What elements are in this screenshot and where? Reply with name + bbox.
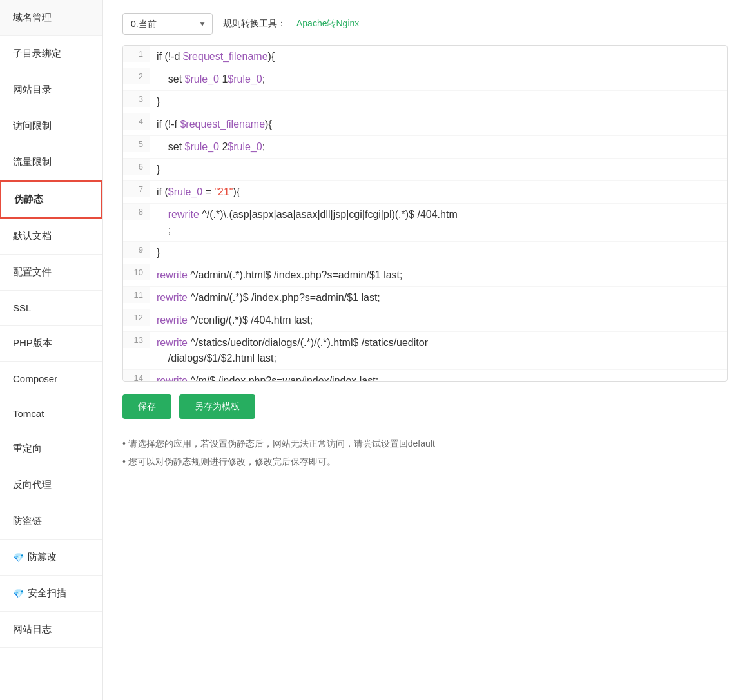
sidebar-item-label: 伪静态	[14, 193, 43, 206]
sidebar-item-traffic-limit[interactable]: 流量限制	[0, 144, 102, 180]
sidebar-item-label: 防盗链	[13, 515, 42, 527]
sidebar-item-reverse-proxy[interactable]: 反向代理	[0, 467, 102, 503]
sidebar-item-label: 流量限制	[13, 156, 52, 168]
line-content: if ($rule_0 = "21"){	[150, 181, 727, 203]
code-line-1: 1 if (!-d $request_filename){	[123, 46, 727, 68]
code-line-9: 9 }	[123, 242, 727, 264]
sidebar-item-tomcat[interactable]: Tomcat	[0, 396, 102, 431]
rule-convert-link[interactable]: Apache转Nginx	[296, 18, 359, 30]
sidebar-item-hotlink-protect[interactable]: 防盗链	[0, 503, 102, 540]
line-content: set $rule_0 2$rule_0;	[150, 136, 727, 158]
code-line-10: 10 rewrite ^/admin/(.*).html$ /index.php…	[123, 264, 727, 287]
line-content: }	[150, 91, 727, 113]
sidebar-item-label: 配置文件	[13, 266, 52, 278]
tip-2: 您可以对伪静态规则进行修改，修改完后保存即可。	[122, 452, 728, 471]
sidebar-item-anti-tamper[interactable]: 💎 防篡改	[0, 540, 102, 576]
line-number: 8	[123, 204, 150, 220]
sidebar-item-label: 安全扫描	[28, 587, 66, 599]
code-scroll[interactable]: 1 if (!-d $request_filename){ 2 set $rul…	[123, 46, 727, 381]
sidebar-item-composer[interactable]: Composer	[0, 362, 102, 396]
sidebar-item-website-dir[interactable]: 网站目录	[0, 72, 102, 108]
code-line-12: 12 rewrite ^/config/(.*)$ /404.htm last;	[123, 309, 727, 332]
mode-select[interactable]: 0.当前 1.default 2.wordpress 3.discuz	[122, 13, 213, 35]
sidebar-item-label: 域名管理	[13, 12, 52, 24]
gem-icon: 💎	[13, 588, 24, 599]
gem-icon: 💎	[13, 552, 24, 563]
line-number: 2	[123, 68, 150, 84]
code-line-3: 3 }	[123, 91, 727, 113]
sidebar-item-domain-manage[interactable]: 域名管理	[0, 0, 102, 36]
code-line-14: 14 rewrite ^/m/$ /index.php?s=wap/index/…	[123, 370, 727, 381]
line-content: rewrite ^/admin/(.*)$ /index.php?s=admin…	[150, 287, 727, 309]
code-editor: 1 if (!-d $request_filename){ 2 set $rul…	[122, 45, 728, 382]
sidebar-item-ssl[interactable]: SSL	[0, 291, 102, 326]
line-number: 4	[123, 113, 150, 130]
sidebar-item-label: 访问限制	[13, 120, 52, 132]
line-number: 3	[123, 91, 150, 107]
code-line-11: 11 rewrite ^/admin/(.*)$ /index.php?s=ad…	[123, 287, 727, 309]
sidebar-item-label: 防篡改	[28, 551, 57, 563]
sidebar-item-label: Composer	[13, 373, 57, 384]
save-button[interactable]: 保存	[122, 394, 171, 419]
sidebar-item-label: 反向代理	[13, 479, 52, 491]
code-line-4: 4 if (!-f $request_filename){	[123, 113, 727, 136]
line-number: 1	[123, 46, 150, 62]
save-as-template-button[interactable]: 另存为模板	[179, 394, 255, 419]
line-number: 12	[123, 309, 150, 326]
tip-1: 请选择您的应用，若设置伪静态后，网站无法正常访问，请尝试设置回default	[122, 434, 728, 452]
code-line-2: 2 set $rule_0 1$rule_0;	[123, 68, 727, 91]
sidebar-item-pseudo-static[interactable]: 伪静态	[0, 180, 102, 219]
toolbar: 0.当前 1.default 2.wordpress 3.discuz ▼ 规则…	[122, 13, 728, 35]
line-content: rewrite ^/admin/(.*).html$ /index.php?s=…	[150, 264, 727, 286]
line-content: if (!-d $request_filename){	[150, 46, 727, 68]
line-content: }	[150, 159, 727, 180]
sidebar-item-config-file[interactable]: 配置文件	[0, 255, 102, 291]
line-number: 5	[123, 136, 150, 152]
select-wrap: 0.当前 1.default 2.wordpress 3.discuz ▼	[122, 13, 213, 35]
sidebar-item-redirect[interactable]: 重定向	[0, 431, 102, 467]
line-number: 11	[123, 287, 150, 303]
sidebar-item-label: 默认文档	[13, 230, 52, 242]
sidebar-item-access-limit[interactable]: 访问限制	[0, 108, 102, 144]
line-content: rewrite ^/statics/ueditor/dialogs/(.*)/(…	[150, 332, 727, 369]
sidebar: 域名管理 子目录绑定 网站目录 访问限制 流量限制 伪静态 默认文档 配置文件 …	[0, 0, 103, 700]
code-line-5: 5 set $rule_0 2$rule_0;	[123, 136, 727, 159]
tips-section: 请选择您的应用，若设置伪静态后，网站无法正常访问，请尝试设置回default 您…	[122, 434, 728, 471]
main-content: 0.当前 1.default 2.wordpress 3.discuz ▼ 规则…	[103, 0, 747, 700]
line-number: 6	[123, 159, 150, 175]
line-number: 13	[123, 332, 150, 348]
sidebar-item-php-version[interactable]: PHP版本	[0, 326, 102, 362]
code-line-6: 6 }	[123, 159, 727, 181]
line-number: 10	[123, 264, 150, 280]
sidebar-item-subdir-bind[interactable]: 子目录绑定	[0, 36, 102, 72]
line-number: 9	[123, 242, 150, 258]
sidebar-item-label: 网站目录	[13, 84, 52, 96]
rule-convert-label: 规则转换工具：	[223, 18, 286, 30]
sidebar-item-label: 子目录绑定	[13, 48, 61, 60]
sidebar-item-label: 重定向	[13, 443, 42, 455]
line-content: if (!-f $request_filename){	[150, 113, 727, 135]
sidebar-item-security-scan[interactable]: 💎 安全扫描	[0, 576, 102, 612]
code-line-7: 7 if ($rule_0 = "21"){	[123, 181, 727, 204]
action-buttons: 保存 另存为模板	[122, 394, 728, 419]
sidebar-item-label: PHP版本	[13, 337, 52, 349]
sidebar-item-label: 网站日志	[13, 623, 52, 636]
line-content: rewrite ^/(.*)\.(asp|aspx|asa|asax|dll|j…	[150, 204, 727, 241]
code-line-8: 8 rewrite ^/(.*)\.(asp|aspx|asa|asax|dll…	[123, 204, 727, 242]
sidebar-item-label: Tomcat	[13, 408, 44, 419]
line-content: rewrite ^/m/$ /index.php?s=wap/index/ind…	[150, 370, 727, 381]
line-content: set $rule_0 1$rule_0;	[150, 68, 727, 90]
line-number: 14	[123, 370, 150, 381]
sidebar-item-label: SSL	[13, 302, 31, 313]
line-content: rewrite ^/config/(.*)$ /404.htm last;	[150, 309, 727, 331]
sidebar-item-default-doc[interactable]: 默认文档	[0, 219, 102, 255]
line-number: 7	[123, 181, 150, 197]
line-content: }	[150, 242, 727, 264]
code-line-13: 13 rewrite ^/statics/ueditor/dialogs/(.*…	[123, 332, 727, 370]
sidebar-item-website-log[interactable]: 网站日志	[0, 612, 102, 648]
